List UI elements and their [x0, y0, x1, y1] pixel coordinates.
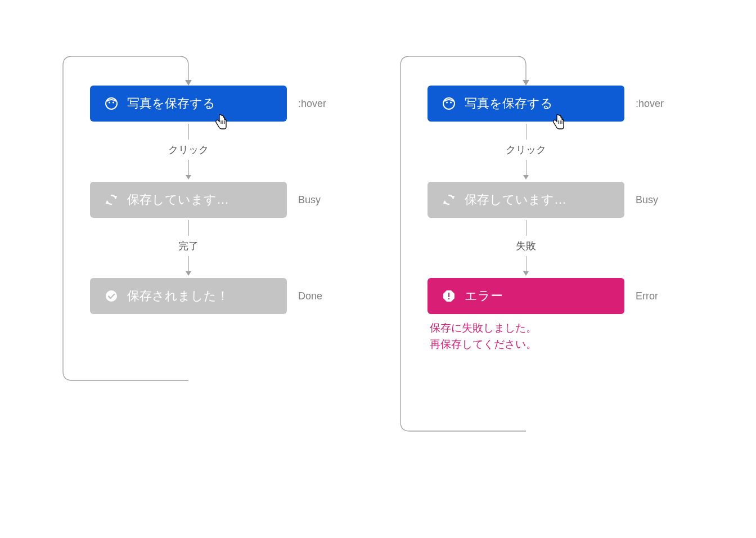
- flow-success: 写真を保存する :hover クリック 保存しています… Busy: [62, 56, 366, 314]
- svg-point-2: [109, 101, 110, 103]
- connector-done-label: 完了: [178, 239, 199, 253]
- saving-button-busy-2-label: 保存しています…: [465, 191, 566, 208]
- saved-button-done-label: 保存されました！: [127, 288, 229, 304]
- state-label-busy: Busy: [298, 194, 321, 206]
- connector-click-2: クリック: [428, 124, 624, 180]
- connector-click-label: クリック: [168, 143, 209, 156]
- svg-point-3: [112, 101, 114, 103]
- error-message-line1: 保存に失敗しました。: [430, 320, 624, 336]
- error-button: エラー Error: [428, 278, 624, 314]
- state-label-hover: :hover: [298, 98, 326, 110]
- face-icon: [105, 97, 118, 110]
- flow-failure: 写真を保存する :hover クリック 保存しています… Busy: [399, 56, 703, 353]
- svg-rect-15: [448, 298, 449, 299]
- state-label-error: Error: [636, 290, 658, 302]
- state-label-busy-2: Busy: [636, 194, 658, 206]
- connector-click: クリック: [90, 124, 287, 180]
- diagram-canvas: 写真を保存する :hover クリック 保存しています… Busy: [0, 0, 756, 538]
- connector-fail: 失敗: [428, 220, 624, 276]
- error-message-line2: 再保存してください。: [430, 336, 624, 352]
- check-circle-icon: [105, 289, 118, 303]
- saving-button-busy: 保存しています… Busy: [90, 182, 287, 218]
- saving-button-busy-2: 保存しています… Busy: [428, 182, 624, 218]
- svg-point-9: [446, 101, 448, 103]
- sync-icon: [105, 193, 118, 207]
- svg-rect-14: [448, 293, 449, 297]
- save-button-hover-label: 写真を保存する: [127, 95, 215, 112]
- save-button-hover-2[interactable]: 写真を保存する :hover: [428, 86, 624, 122]
- state-label-hover-2: :hover: [636, 98, 664, 110]
- saving-button-busy-label: 保存しています…: [127, 191, 229, 208]
- error-message: 保存に失敗しました。 再保存してください。: [430, 320, 624, 353]
- connector-fail-label: 失敗: [516, 239, 536, 253]
- connector-click-2-label: クリック: [506, 143, 546, 156]
- sync-icon: [442, 193, 456, 207]
- saved-button-done: 保存されました！ Done: [90, 278, 287, 314]
- face-icon: [442, 97, 456, 110]
- connector-done: 完了: [90, 220, 287, 276]
- save-button-hover-2-label: 写真を保存する: [465, 95, 553, 112]
- error-octagon-icon: [442, 289, 456, 303]
- error-button-label: エラー: [465, 288, 503, 304]
- save-button-hover[interactable]: 写真を保存する :hover: [90, 86, 287, 122]
- svg-point-6: [106, 290, 117, 302]
- state-label-done: Done: [298, 290, 322, 302]
- svg-point-10: [450, 101, 452, 103]
